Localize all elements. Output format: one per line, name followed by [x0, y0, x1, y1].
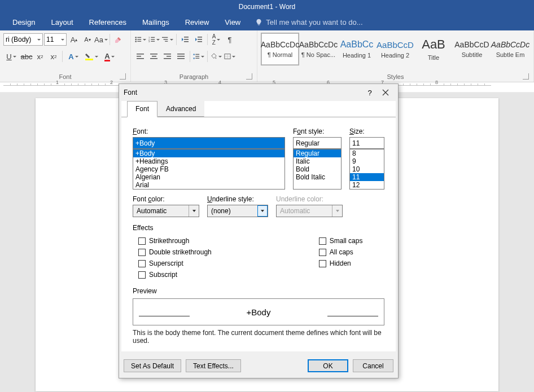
- smallcaps-checkbox[interactable]: Small caps: [319, 235, 363, 246]
- superscript-checkbox[interactable]: Superscript: [138, 258, 212, 269]
- style-name: ¶ No Spac...: [301, 51, 336, 58]
- tab-review[interactable]: Review: [177, 14, 217, 30]
- increase-indent-button[interactable]: [192, 33, 205, 46]
- help-button[interactable]: ?: [362, 86, 378, 99]
- text-effects-button[interactable]: A: [65, 50, 82, 63]
- font-color-button[interactable]: A: [101, 50, 118, 63]
- svg-rect-30: [164, 58, 171, 59]
- allcaps-checkbox[interactable]: All caps: [319, 246, 363, 258]
- font-input[interactable]: [133, 137, 285, 149]
- tab-design[interactable]: Design: [5, 14, 43, 30]
- sort-button[interactable]: AZ: [210, 33, 222, 46]
- styles-group-label[interactable]: Styles: [261, 72, 530, 82]
- line-spacing-button[interactable]: [192, 50, 205, 63]
- style-card[interactable]: AaBTitle: [414, 33, 453, 65]
- set-as-default-button[interactable]: Set As Default: [124, 359, 181, 372]
- underline-button[interactable]: U: [3, 50, 19, 63]
- font-option[interactable]: Agency FB: [133, 165, 284, 173]
- style-card[interactable]: AaBbCcDcSubtle Em: [491, 33, 529, 65]
- paragraph-group-label[interactable]: Paragraph: [134, 72, 253, 82]
- svg-rect-18: [184, 41, 189, 42]
- tab-layout[interactable]: Layout: [43, 14, 81, 30]
- style-card[interactable]: AaBbCcDc¶ Normal: [261, 33, 299, 65]
- svg-rect-32: [177, 56, 185, 57]
- ok-button[interactable]: OK: [308, 359, 348, 372]
- style-card[interactable]: AaBbCcDc¶ No Spac...: [299, 33, 338, 65]
- size-option[interactable]: 12: [350, 181, 384, 189]
- dialog-tab-font[interactable]: Font: [127, 101, 157, 117]
- shrink-font-button[interactable]: A▾: [81, 33, 94, 46]
- style-name: Heading 1: [339, 52, 374, 59]
- size-input[interactable]: [349, 137, 384, 149]
- clear-formatting-button[interactable]: [112, 33, 125, 46]
- dialog-titlebar[interactable]: Font ?: [119, 84, 398, 101]
- svg-text:3: 3: [148, 40, 150, 43]
- underlinestyle-combo[interactable]: (none): [207, 205, 268, 217]
- fontcolor-combo[interactable]: Automatic: [133, 205, 199, 217]
- strikethrough-button[interactable]: abc: [20, 50, 33, 63]
- borders-button[interactable]: [224, 50, 236, 63]
- style-card[interactable]: AaBbCcDHeading 2: [376, 33, 414, 65]
- tab-mailings[interactable]: Mailings: [134, 14, 177, 30]
- svg-rect-33: [177, 58, 185, 59]
- shading-button[interactable]: [210, 50, 222, 63]
- show-marks-button[interactable]: ¶: [224, 33, 236, 46]
- decrease-indent-button[interactable]: [179, 33, 191, 46]
- font-group-label[interactable]: Font: [3, 72, 127, 82]
- font-option[interactable]: +Headings: [133, 157, 284, 165]
- bullets-button[interactable]: [134, 33, 147, 46]
- numbering-button[interactable]: 123: [148, 33, 160, 46]
- subscript-checkbox[interactable]: Subscript: [138, 269, 212, 280]
- font-label: Font:: [133, 127, 285, 135]
- font-listbox[interactable]: +Body+HeadingsAgency FBAlgerianArial: [133, 149, 285, 190]
- align-right-button[interactable]: [161, 50, 174, 63]
- grow-font-button[interactable]: A▴: [68, 33, 80, 46]
- subscript-button[interactable]: x2: [34, 50, 46, 63]
- size-option[interactable]: 9: [350, 157, 384, 165]
- svg-rect-25: [150, 54, 157, 55]
- fontstyle-option[interactable]: Regular: [294, 149, 341, 157]
- tab-references[interactable]: References: [81, 14, 134, 30]
- dialog-tab-advanced[interactable]: Advanced: [157, 101, 204, 117]
- dialog-tabs: Font Advanced: [121, 101, 396, 117]
- fontstyle-input[interactable]: [293, 137, 342, 149]
- size-option[interactable]: 11: [350, 173, 384, 181]
- strikethrough-checkbox[interactable]: Strikethrough: [138, 235, 212, 246]
- style-card[interactable]: AaBbCcHeading 1: [338, 33, 376, 65]
- double-strikethrough-checkbox[interactable]: Double strikethrough: [138, 246, 212, 258]
- font-option[interactable]: Arial: [133, 181, 284, 189]
- fontstyle-option[interactable]: Italic: [294, 157, 341, 165]
- fontstyle-listbox[interactable]: RegularItalicBoldBold Italic: [293, 149, 342, 190]
- dialog-button-row: Set As Default Text Effects... OK Cancel: [119, 354, 398, 378]
- svg-point-3: [135, 39, 137, 41]
- multilevel-list-button[interactable]: [161, 33, 174, 46]
- tell-me-search[interactable]: Tell me what you want to do...: [255, 18, 362, 27]
- fontstyle-option[interactable]: Bold: [294, 165, 341, 173]
- svg-rect-26: [152, 56, 156, 57]
- font-option[interactable]: +Body: [133, 149, 284, 157]
- size-listbox[interactable]: 89101112: [349, 149, 384, 190]
- text-effects-button[interactable]: Text Effects...: [186, 359, 241, 372]
- superscript-button[interactable]: x2: [47, 50, 60, 63]
- style-sample: AaBbCc: [340, 39, 374, 50]
- size-option[interactable]: 10: [350, 165, 384, 173]
- styles-gallery[interactable]: AaBbCcDc¶ NormalAaBbCcDc¶ No Spac...AaBb…: [261, 32, 530, 67]
- fontstyle-option[interactable]: Bold Italic: [294, 173, 341, 181]
- style-name: Subtitle: [454, 51, 489, 58]
- cancel-button[interactable]: Cancel: [353, 359, 393, 372]
- font-option[interactable]: Algerian: [133, 173, 284, 181]
- size-option[interactable]: 8: [350, 149, 384, 157]
- align-left-button[interactable]: [134, 50, 147, 63]
- font-size-combo[interactable]: 11: [44, 33, 67, 46]
- change-case-button[interactable]: Aa: [95, 33, 107, 46]
- close-button[interactable]: [378, 86, 393, 99]
- style-name: ¶ Normal: [262, 51, 297, 58]
- justify-button[interactable]: [175, 50, 187, 63]
- style-sample: AaBbCcDc: [261, 40, 299, 49]
- highlight-button[interactable]: [83, 50, 100, 63]
- font-name-combo[interactable]: ri (Body): [3, 33, 43, 46]
- align-center-button[interactable]: [148, 50, 160, 63]
- tab-view[interactable]: View: [217, 14, 248, 30]
- hidden-checkbox[interactable]: Hidden: [319, 258, 363, 269]
- style-card[interactable]: AaBbCcDSubtitle: [453, 33, 491, 65]
